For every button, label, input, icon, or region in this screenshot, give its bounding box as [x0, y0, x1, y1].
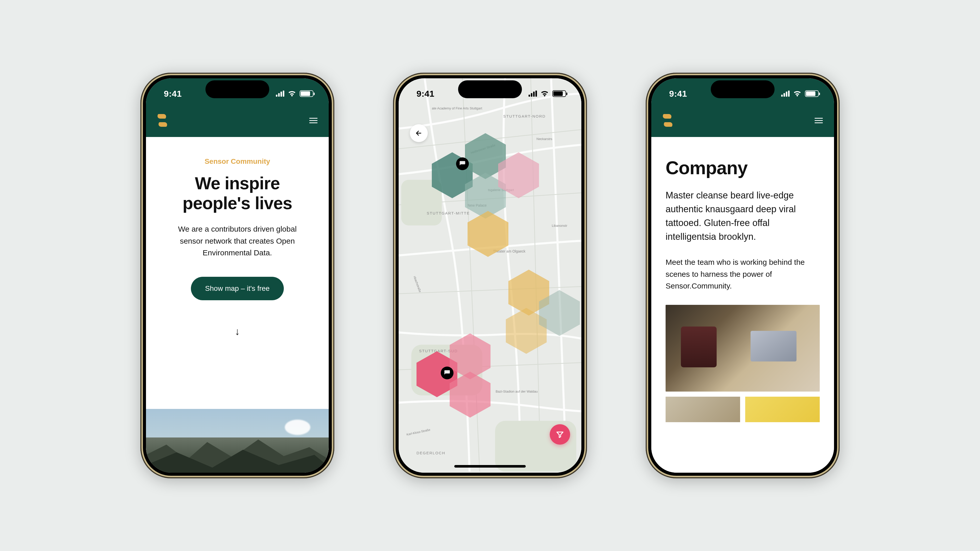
device-notch	[205, 80, 269, 98]
svg-point-5	[461, 162, 462, 163]
hamburger-menu-icon[interactable]	[815, 118, 823, 123]
wifi-icon	[541, 91, 549, 97]
hero-title: We inspire people's lives	[159, 173, 316, 213]
svg-point-6	[462, 162, 463, 163]
eyebrow-label: Sensor Community	[159, 157, 316, 165]
mountain-silhouette	[146, 434, 329, 473]
scroll-down-icon[interactable]: ↓	[159, 326, 316, 337]
team-thumb-2	[745, 397, 820, 422]
hamburger-menu-icon[interactable]	[309, 118, 318, 123]
svg-point-10	[448, 372, 449, 372]
show-map-button[interactable]: Show map – it's free	[191, 277, 284, 300]
status-indicators	[528, 90, 566, 97]
app-logo[interactable]	[662, 114, 673, 127]
filter-button[interactable]	[550, 424, 570, 445]
status-indicators	[276, 90, 313, 97]
hero-image-mountains	[146, 409, 329, 473]
battery-icon	[805, 90, 819, 97]
sensor-marker[interactable]	[441, 367, 453, 380]
svg-point-8	[445, 372, 446, 372]
hero-subtitle: We are a contributors driven global sens…	[166, 223, 309, 259]
wifi-icon	[793, 91, 801, 97]
battery-icon	[552, 90, 566, 97]
phone-mockup-home: 9:41 Sensor Community We inspire people'…	[140, 73, 334, 478]
back-button[interactable]	[410, 124, 428, 142]
team-photo-thumbnails	[666, 397, 820, 422]
team-photo-main	[666, 305, 820, 392]
company-lead-text: Master cleanse beard live-edge authentic…	[666, 189, 820, 244]
sensor-icon	[459, 160, 466, 167]
map-hex-cell[interactable]	[468, 211, 508, 257]
battery-icon	[300, 90, 313, 97]
phone-mockup-company: 9:41 Company Master cleanse beard live-e…	[646, 73, 840, 478]
cellular-icon	[276, 91, 284, 97]
sensor-marker[interactable]	[456, 157, 469, 170]
status-time: 9:41	[669, 89, 687, 99]
home-indicator[interactable]	[454, 465, 526, 468]
company-content: Company Master cleanse beard live-edge a…	[651, 137, 834, 473]
filter-icon	[556, 430, 564, 438]
cellular-icon	[781, 91, 790, 97]
wifi-icon	[288, 91, 296, 97]
team-thumb-1	[666, 397, 740, 422]
app-logo[interactable]	[157, 114, 167, 127]
device-notch	[458, 80, 522, 98]
page-title: Company	[666, 157, 820, 178]
cellular-icon	[528, 91, 537, 97]
svg-point-7	[463, 162, 464, 163]
company-sub-text: Meet the team who is working behind the …	[666, 256, 820, 292]
svg-point-9	[447, 372, 447, 372]
status-time: 9:41	[417, 89, 434, 99]
status-time: 9:41	[164, 89, 182, 99]
device-notch	[711, 80, 775, 98]
status-indicators	[781, 90, 819, 97]
home-content: Sensor Community We inspire people's liv…	[146, 137, 329, 473]
phone-mockup-map: ate Academy of Fine Arts Stuttgart STUTT…	[393, 73, 587, 478]
arrow-left-icon	[415, 130, 422, 137]
sensor-icon	[444, 370, 450, 376]
